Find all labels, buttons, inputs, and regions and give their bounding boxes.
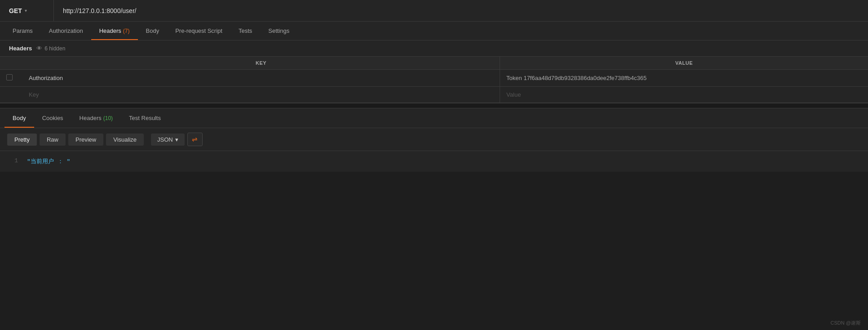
url-input[interactable] xyxy=(54,7,868,14)
line-number-1: 1 xyxy=(9,157,18,165)
json-label: JSON xyxy=(157,136,173,143)
response-tab-headers[interactable]: Headers(10) xyxy=(71,108,121,128)
value-cell-1[interactable]: Token 17f6aa48d79db9328386da0dee2fe738ff… xyxy=(500,70,868,87)
tab-pre-request-script[interactable]: Pre-request Script xyxy=(167,22,230,40)
visualize-button[interactable]: Visualize xyxy=(106,134,144,146)
tab-params[interactable]: Params xyxy=(4,22,41,40)
table-header-row: KEY VALUE xyxy=(0,57,868,70)
pretty-button[interactable]: Pretty xyxy=(7,134,37,146)
method-label: GET xyxy=(9,7,22,14)
url-bar: GET ▾ xyxy=(0,0,868,22)
wrap-icon: ⇌ xyxy=(192,135,198,143)
code-area: 1 "当前用户 ： " xyxy=(0,151,868,172)
raw-button[interactable]: Raw xyxy=(40,134,66,146)
method-selector[interactable]: GET ▾ xyxy=(0,0,54,21)
section-divider xyxy=(0,103,868,108)
response-tab-body[interactable]: Body xyxy=(4,108,34,128)
th-checkbox xyxy=(0,57,22,70)
row-checkbox-cell xyxy=(0,70,22,87)
response-tab-cookies[interactable]: Cookies xyxy=(34,108,71,128)
hidden-count: 6 hidden xyxy=(44,45,65,52)
tab-headers[interactable]: Headers(7) xyxy=(91,22,138,40)
th-key: KEY xyxy=(22,57,500,70)
response-tabs-row: Body Cookies Headers(10) Test Results xyxy=(0,108,868,128)
headers-badge: (7) xyxy=(123,28,130,34)
preview-button[interactable]: Preview xyxy=(68,134,103,146)
json-selector[interactable]: JSON ▾ xyxy=(151,134,185,146)
request-tabs-row: Params Authorization Headers(7) Body Pre… xyxy=(0,22,868,40)
table-row: Authorization Token 17f6aa48d79db9328386… xyxy=(0,70,868,87)
wrap-button[interactable]: ⇌ xyxy=(187,133,203,146)
table-row: Key Value xyxy=(0,87,868,103)
tab-authorization[interactable]: Authorization xyxy=(41,22,91,40)
response-headers-badge: (10) xyxy=(103,115,113,121)
key-cell-2[interactable]: Key xyxy=(22,87,500,103)
th-value: VALUE xyxy=(500,57,868,70)
code-line-1: "当前用户 ： " xyxy=(27,157,70,165)
eye-icon: 👁 xyxy=(36,45,42,52)
tab-tests[interactable]: Tests xyxy=(230,22,260,40)
chevron-down-icon: ▾ xyxy=(25,8,27,13)
row-checkbox[interactable] xyxy=(6,74,13,80)
code-string: "当前用户 ： " xyxy=(27,158,70,165)
headers-section-title: Headers xyxy=(9,45,32,52)
tab-settings[interactable]: Settings xyxy=(260,22,297,40)
format-toolbar: Pretty Raw Preview Visualize JSON ▾ ⇌ xyxy=(0,128,868,151)
tab-body[interactable]: Body xyxy=(138,22,168,40)
key-cell-1[interactable]: Authorization xyxy=(22,70,500,87)
headers-table: KEY VALUE Authorization Token 17f6aa48d7… xyxy=(0,57,868,103)
response-tab-test-results[interactable]: Test Results xyxy=(121,108,169,128)
json-chevron-icon: ▾ xyxy=(175,136,178,143)
row-checkbox-cell-2 xyxy=(0,87,22,103)
hidden-badge: 👁 6 hidden xyxy=(36,45,65,52)
value-cell-2[interactable]: Value xyxy=(500,87,868,103)
headers-section-header: Headers 👁 6 hidden xyxy=(0,40,868,57)
